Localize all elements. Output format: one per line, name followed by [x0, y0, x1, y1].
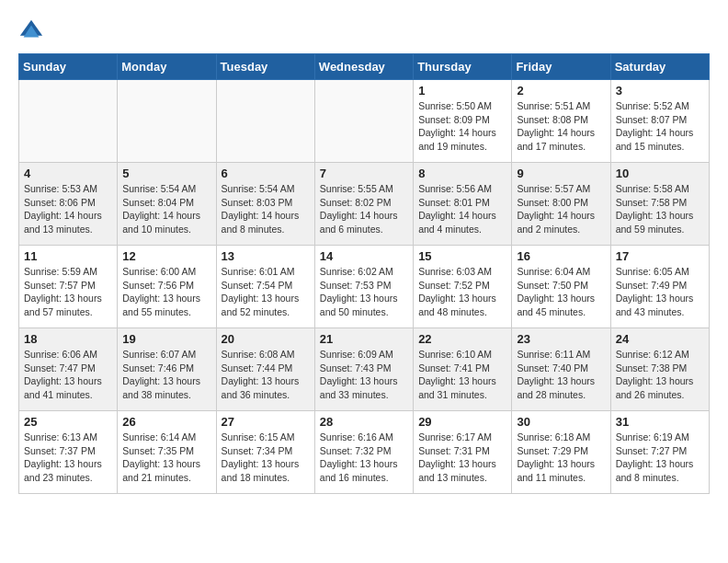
day-info: Sunrise: 5:50 AM Sunset: 8:09 PM Dayligh… [418, 99, 506, 154]
day-number: 26 [122, 415, 210, 429]
calendar-cell: 6Sunrise: 5:54 AM Sunset: 8:03 PM Daylig… [216, 163, 314, 246]
calendar-cell: 21Sunrise: 6:09 AM Sunset: 7:43 PM Dayli… [314, 328, 413, 411]
day-number: 13 [222, 249, 310, 263]
page-header [18, 18, 710, 44]
calendar-cell: 14Sunrise: 6:02 AM Sunset: 7:53 PM Dayli… [314, 246, 413, 328]
day-number: 2 [517, 84, 605, 98]
day-number: 22 [418, 332, 506, 346]
day-number: 4 [24, 167, 112, 180]
day-number: 14 [320, 249, 408, 263]
calendar-cell: 3Sunrise: 5:52 AM Sunset: 8:07 PM Daylig… [610, 80, 709, 163]
day-number: 30 [517, 415, 605, 429]
day-info: Sunrise: 6:03 AM Sunset: 7:52 PM Dayligh… [418, 265, 506, 319]
weekday-header-tuesday: Tuesday [216, 54, 314, 80]
day-number: 11 [24, 249, 112, 263]
calendar-body: 1Sunrise: 5:50 AM Sunset: 8:09 PM Daylig… [19, 80, 710, 494]
day-info: Sunrise: 6:06 AM Sunset: 7:47 PM Dayligh… [24, 348, 112, 402]
day-info: Sunrise: 5:51 AM Sunset: 8:08 PM Dayligh… [517, 99, 605, 154]
calendar-cell: 5Sunrise: 5:54 AM Sunset: 8:04 PM Daylig… [118, 163, 216, 246]
calendar-cell: 4Sunrise: 5:53 AM Sunset: 8:06 PM Daylig… [19, 163, 118, 246]
day-number: 17 [616, 249, 704, 263]
day-info: Sunrise: 6:08 AM Sunset: 7:44 PM Dayligh… [222, 348, 310, 402]
calendar-cell [19, 80, 118, 163]
week-row-4: 18Sunrise: 6:06 AM Sunset: 7:47 PM Dayli… [19, 328, 710, 411]
weekday-header-thursday: Thursday [414, 54, 512, 80]
calendar-cell: 18Sunrise: 6:06 AM Sunset: 7:47 PM Dayli… [19, 328, 118, 411]
calendar-cell: 19Sunrise: 6:07 AM Sunset: 7:46 PM Dayli… [118, 328, 216, 411]
logo [18, 18, 50, 44]
day-info: Sunrise: 6:02 AM Sunset: 7:53 PM Dayligh… [320, 265, 408, 319]
weekday-header-saturday: Saturday [610, 54, 709, 80]
calendar-cell [216, 80, 314, 163]
calendar-cell: 27Sunrise: 6:15 AM Sunset: 7:34 PM Dayli… [216, 411, 314, 494]
calendar-cell: 16Sunrise: 6:04 AM Sunset: 7:50 PM Dayli… [512, 246, 610, 328]
week-row-5: 25Sunrise: 6:13 AM Sunset: 7:37 PM Dayli… [19, 411, 710, 494]
day-number: 18 [24, 332, 112, 346]
day-number: 8 [418, 167, 506, 180]
calendar-cell: 22Sunrise: 6:10 AM Sunset: 7:41 PM Dayli… [414, 328, 512, 411]
day-number: 10 [616, 167, 704, 180]
day-info: Sunrise: 5:55 AM Sunset: 8:02 PM Dayligh… [320, 182, 408, 236]
calendar-cell: 30Sunrise: 6:18 AM Sunset: 7:29 PM Dayli… [512, 411, 610, 494]
calendar-cell: 12Sunrise: 6:00 AM Sunset: 7:56 PM Dayli… [118, 246, 216, 328]
day-info: Sunrise: 6:11 AM Sunset: 7:40 PM Dayligh… [517, 348, 605, 402]
day-number: 5 [122, 167, 210, 180]
logo-icon [18, 18, 44, 44]
day-info: Sunrise: 6:05 AM Sunset: 7:49 PM Dayligh… [616, 265, 704, 319]
calendar-cell: 29Sunrise: 6:17 AM Sunset: 7:31 PM Dayli… [414, 411, 512, 494]
calendar-cell: 20Sunrise: 6:08 AM Sunset: 7:44 PM Dayli… [216, 328, 314, 411]
calendar-cell: 31Sunrise: 6:19 AM Sunset: 7:27 PM Dayli… [610, 411, 709, 494]
weekday-header-monday: Monday [118, 54, 216, 80]
calendar-cell: 28Sunrise: 6:16 AM Sunset: 7:32 PM Dayli… [314, 411, 413, 494]
day-number: 27 [222, 415, 310, 429]
day-info: Sunrise: 5:56 AM Sunset: 8:01 PM Dayligh… [418, 182, 506, 236]
day-number: 31 [616, 415, 704, 429]
weekday-header-friday: Friday [512, 54, 610, 80]
day-info: Sunrise: 5:57 AM Sunset: 8:00 PM Dayligh… [517, 182, 605, 236]
day-number: 1 [418, 84, 506, 98]
day-info: Sunrise: 5:54 AM Sunset: 8:03 PM Dayligh… [222, 182, 310, 236]
day-number: 9 [517, 167, 605, 180]
day-number: 16 [517, 249, 605, 263]
day-info: Sunrise: 6:15 AM Sunset: 7:34 PM Dayligh… [222, 431, 310, 485]
day-number: 6 [222, 167, 310, 180]
calendar-cell: 23Sunrise: 6:11 AM Sunset: 7:40 PM Dayli… [512, 328, 610, 411]
day-info: Sunrise: 6:01 AM Sunset: 7:54 PM Dayligh… [222, 265, 310, 319]
calendar-cell: 26Sunrise: 6:14 AM Sunset: 7:35 PM Dayli… [118, 411, 216, 494]
calendar-cell: 10Sunrise: 5:58 AM Sunset: 7:58 PM Dayli… [610, 163, 709, 246]
day-info: Sunrise: 5:58 AM Sunset: 7:58 PM Dayligh… [616, 182, 704, 236]
calendar-cell: 9Sunrise: 5:57 AM Sunset: 8:00 PM Daylig… [512, 163, 610, 246]
day-number: 23 [517, 332, 605, 346]
calendar-cell: 25Sunrise: 6:13 AM Sunset: 7:37 PM Dayli… [19, 411, 118, 494]
calendar-cell: 1Sunrise: 5:50 AM Sunset: 8:09 PM Daylig… [414, 80, 512, 163]
day-info: Sunrise: 6:09 AM Sunset: 7:43 PM Dayligh… [320, 348, 408, 402]
day-info: Sunrise: 6:04 AM Sunset: 7:50 PM Dayligh… [517, 265, 605, 319]
calendar-header: SundayMondayTuesdayWednesdayThursdayFrid… [19, 54, 710, 80]
day-number: 19 [122, 332, 210, 346]
week-row-3: 11Sunrise: 5:59 AM Sunset: 7:57 PM Dayli… [19, 246, 710, 328]
day-info: Sunrise: 5:52 AM Sunset: 8:07 PM Dayligh… [616, 99, 704, 154]
day-info: Sunrise: 6:13 AM Sunset: 7:37 PM Dayligh… [24, 431, 112, 485]
day-number: 29 [418, 415, 506, 429]
day-info: Sunrise: 6:16 AM Sunset: 7:32 PM Dayligh… [320, 431, 408, 485]
calendar-cell: 17Sunrise: 6:05 AM Sunset: 7:49 PM Dayli… [610, 246, 709, 328]
week-row-2: 4Sunrise: 5:53 AM Sunset: 8:06 PM Daylig… [19, 163, 710, 246]
day-info: Sunrise: 6:17 AM Sunset: 7:31 PM Dayligh… [418, 431, 506, 485]
day-info: Sunrise: 6:07 AM Sunset: 7:46 PM Dayligh… [122, 348, 210, 402]
day-info: Sunrise: 6:19 AM Sunset: 7:27 PM Dayligh… [616, 431, 704, 485]
day-info: Sunrise: 6:14 AM Sunset: 7:35 PM Dayligh… [122, 431, 210, 485]
day-info: Sunrise: 6:18 AM Sunset: 7:29 PM Dayligh… [517, 431, 605, 485]
day-info: Sunrise: 5:53 AM Sunset: 8:06 PM Dayligh… [24, 182, 112, 236]
calendar-cell [314, 80, 413, 163]
calendar-cell: 24Sunrise: 6:12 AM Sunset: 7:38 PM Dayli… [610, 328, 709, 411]
calendar-cell: 8Sunrise: 5:56 AM Sunset: 8:01 PM Daylig… [414, 163, 512, 246]
day-number: 15 [418, 249, 506, 263]
weekday-header-sunday: Sunday [19, 54, 118, 80]
day-info: Sunrise: 6:00 AM Sunset: 7:56 PM Dayligh… [122, 265, 210, 319]
calendar-cell: 7Sunrise: 5:55 AM Sunset: 8:02 PM Daylig… [314, 163, 413, 246]
calendar-cell: 2Sunrise: 5:51 AM Sunset: 8:08 PM Daylig… [512, 80, 610, 163]
calendar-cell: 13Sunrise: 6:01 AM Sunset: 7:54 PM Dayli… [216, 246, 314, 328]
weekday-header-row: SundayMondayTuesdayWednesdayThursdayFrid… [19, 54, 710, 80]
day-number: 20 [222, 332, 310, 346]
weekday-header-wednesday: Wednesday [314, 54, 413, 80]
